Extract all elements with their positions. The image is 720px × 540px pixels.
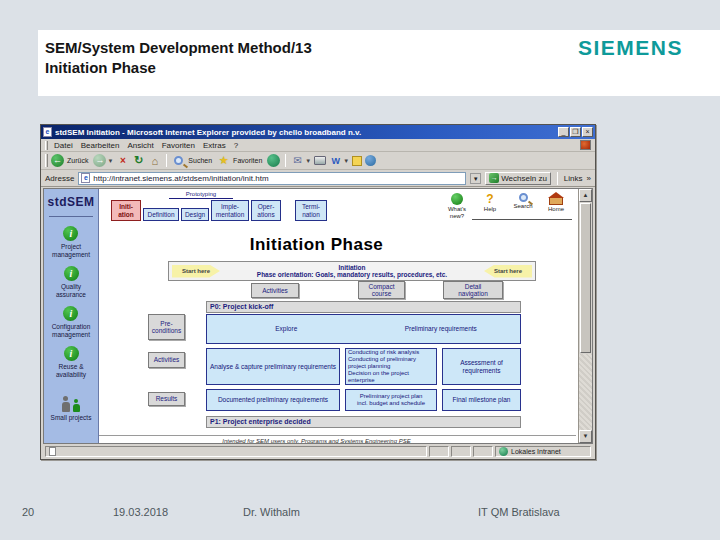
activity-box-1[interactable]: Analyse & capture preliminary requiremen…	[206, 348, 340, 385]
maximize-button[interactable]: ❐	[570, 127, 581, 137]
quick-label: What's	[448, 206, 466, 212]
tab-design[interactable]: Design	[181, 208, 209, 222]
edit-with-word-icon[interactable]: W	[329, 154, 342, 167]
links-label[interactable]: Links	[564, 174, 583, 183]
forward-dropdown-icon[interactable]: ▼	[107, 158, 113, 164]
sidebar-item-small-projects[interactable]: Small projects	[51, 386, 92, 422]
sidebar-item-quality-assurance[interactable]: i Quality assurance	[56, 266, 86, 298]
address-input[interactable]: e http://intranet.siemens.at/stdsem/init…	[78, 172, 466, 185]
scroll-up-icon[interactable]: ▲	[579, 189, 592, 202]
print-icon[interactable]	[314, 156, 326, 165]
mail-icon[interactable]: ✉	[291, 154, 304, 167]
activity-box-2[interactable]: Conducting of risk analysis Conducting o…	[345, 348, 437, 385]
menu-view[interactable]: Ansicht	[127, 141, 153, 150]
sidebar-item-reuse-availability[interactable]: i Reuse & availability	[56, 346, 86, 378]
search-icon[interactable]	[172, 154, 185, 167]
stdsem-brand[interactable]: stdSEM	[47, 195, 94, 209]
tab-definition[interactable]: Definition	[143, 208, 179, 222]
start-here-left-arrow[interactable]: Start here	[172, 265, 220, 278]
home-button[interactable]: ⌂	[148, 154, 161, 167]
tab-operations[interactable]: Oper-ations	[251, 200, 281, 221]
start-here-right-arrow[interactable]: Start here	[484, 265, 532, 278]
minimize-button[interactable]: _	[558, 127, 569, 137]
sidebar-label: Project	[61, 243, 81, 250]
preconditions-box[interactable]: Explore Preliminary requirements	[206, 314, 521, 344]
favorites-icon[interactable]: ★	[217, 154, 230, 167]
security-zone-pane: Lokales Intranet	[495, 446, 591, 457]
slide-page-number: 20	[22, 506, 34, 518]
tab-termination[interactable]: Termi-nation	[295, 200, 327, 221]
mail-dropdown-icon[interactable]: ▼	[305, 158, 311, 164]
sidebar-item-project-management[interactable]: i Project management	[52, 226, 90, 258]
slide-date: 19.03.2018	[113, 506, 168, 518]
milestone-p1-bar[interactable]: P1: Project enterprise decided	[206, 416, 521, 428]
address-bar: Adresse e http://intranet.siemens.at/std…	[41, 170, 595, 187]
go-arrow-icon: →	[489, 173, 499, 183]
precondition-preliminary-requirements[interactable]: Preliminary requirements	[364, 325, 519, 333]
search-page-button[interactable]: Search	[511, 193, 535, 219]
detail-navigation-button[interactable]: Detail navigation	[443, 281, 503, 299]
scrollbar-thumb[interactable]	[580, 203, 591, 353]
preconditions-row-label[interactable]: Pre- conditions	[148, 314, 185, 340]
stop-button[interactable]: ×	[116, 154, 129, 167]
back-label[interactable]: Zurück	[67, 157, 88, 164]
sidebar-item-configuration-management[interactable]: i Configuration management	[52, 306, 91, 338]
result-box-2[interactable]: Preliminary project plan incl. budget an…	[345, 389, 437, 411]
close-button[interactable]: ×	[582, 127, 593, 137]
vertical-scrollbar[interactable]: ▲ ▼	[578, 189, 592, 443]
address-dropdown-icon[interactable]: ▼	[470, 173, 481, 184]
menu-tools[interactable]: Extras	[203, 141, 226, 150]
sidebar-label: Reuse &	[59, 363, 84, 370]
refresh-button[interactable]: ↻	[132, 154, 145, 167]
page-viewport: stdSEM i Project management i Quality as…	[43, 188, 593, 444]
url-text[interactable]: http://intranet.siemens.at/stdsem/initia…	[93, 174, 268, 183]
activity-box-3[interactable]: Assessment of requirements	[442, 348, 521, 385]
whats-new-button[interactable]: What's new?	[445, 193, 469, 219]
menu-bar: Datei Bearbeiten Ansicht Favoriten Extra…	[41, 139, 595, 152]
quick-nav-underline	[472, 219, 572, 220]
sidebar-label: assurance	[56, 291, 86, 298]
browser-title-bar[interactable]: e stdSEM Initiation - Microsoft Internet…	[41, 125, 595, 139]
info-icon: i	[64, 346, 79, 361]
ie-page-icon: e	[43, 127, 52, 137]
toolbar-grip-2[interactable]	[45, 154, 48, 167]
result-box-1[interactable]: Documented preliminary requirements	[206, 389, 340, 411]
milestone-p0-bar[interactable]: P0: Project kick-off	[206, 301, 521, 313]
discuss-icon[interactable]	[352, 156, 362, 166]
favorites-label[interactable]: Favoriten	[233, 157, 262, 164]
info-icon: i	[63, 306, 78, 321]
forward-button[interactable]: →	[93, 154, 106, 167]
tab-implementation[interactable]: Imple-mentation	[211, 200, 249, 221]
slide-title-line1: SEM/System Development Method/13	[45, 38, 312, 58]
menu-favorites[interactable]: Favoriten	[162, 141, 195, 150]
tab-initiation[interactable]: Initi-ation	[111, 200, 141, 221]
activities-quick-button[interactable]: Activities	[251, 283, 299, 298]
precondition-explore[interactable]: Explore	[209, 325, 364, 333]
search-label[interactable]: Suchen	[188, 157, 212, 164]
compact-course-button[interactable]: Compact course	[358, 281, 405, 299]
status-bar: Lokales Intranet	[43, 444, 593, 458]
go-label: Wechseln zu	[501, 174, 547, 183]
status-main-pane	[45, 446, 427, 457]
edit-dropdown-icon[interactable]: ▼	[343, 158, 349, 164]
scroll-down-icon[interactable]: ▼	[579, 430, 592, 443]
menu-edit[interactable]: Bearbeiten	[81, 141, 120, 150]
menu-help[interactable]: ?	[234, 141, 238, 150]
result-box-3[interactable]: Final milestone plan	[442, 389, 521, 411]
results-row-label[interactable]: Results	[148, 392, 185, 406]
intranet-globe-icon	[499, 447, 508, 456]
scrollbar-track[interactable]	[579, 354, 592, 430]
links-chevron-icon[interactable]: »	[587, 174, 591, 183]
magnifier-icon	[519, 193, 528, 202]
media-icon[interactable]	[267, 154, 280, 167]
help-button[interactable]: ? Help	[478, 193, 502, 219]
back-button[interactable]: ←	[51, 154, 64, 167]
activities-row-label[interactable]: Activities	[148, 352, 185, 368]
toolbar-grip[interactable]	[45, 141, 48, 150]
menu-file[interactable]: Datei	[54, 141, 73, 150]
small-projects-icon	[62, 396, 80, 412]
slide-title: SEM/System Development Method/13 Initiat…	[45, 38, 312, 78]
home-page-button[interactable]: Home	[544, 193, 568, 219]
go-button[interactable]: → Wechseln zu	[485, 172, 551, 185]
messenger-icon[interactable]	[365, 155, 376, 166]
